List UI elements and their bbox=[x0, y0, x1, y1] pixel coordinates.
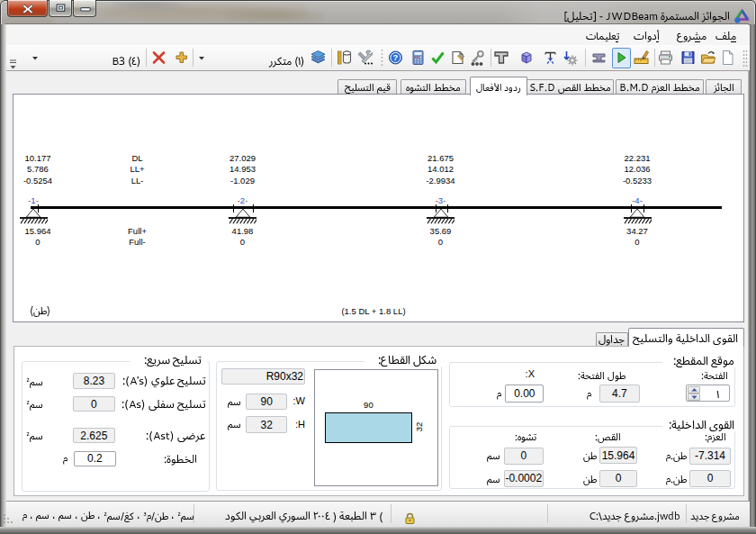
svg-text:?: ? bbox=[392, 52, 398, 62]
